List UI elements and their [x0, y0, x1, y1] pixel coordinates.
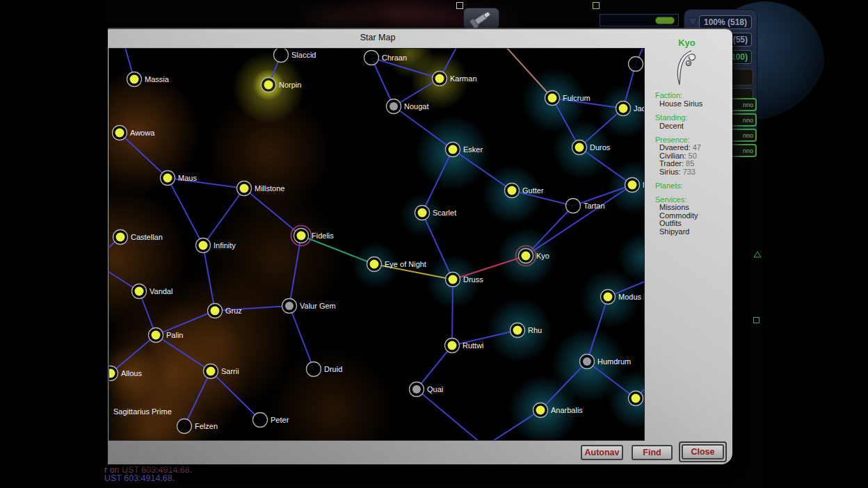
system-label: Duros	[590, 143, 611, 152]
system-felzen[interactable]: Felzen	[177, 419, 218, 434]
system-edge-se[interactable]	[629, 391, 643, 406]
system-star	[628, 181, 637, 190]
presence-list: Dvaered: 47Civilian: 50Trader: 85Sirius:…	[655, 144, 728, 176]
system-rhu[interactable]: Rhu	[511, 323, 542, 338]
close-button-focus-frame: Close	[679, 441, 727, 462]
system-label: Vandal	[150, 287, 172, 295]
autonav-button[interactable]: Autonav	[581, 445, 623, 460]
jump-lane	[422, 149, 453, 213]
find-button[interactable]: Find	[632, 445, 673, 460]
target-widget	[600, 14, 679, 26]
system-label: Kyo	[536, 252, 549, 260]
system-gruz[interactable]: Gruz	[208, 304, 242, 318]
system-label: Fulcrum	[563, 94, 590, 102]
star-map-window: Star Map MassiaSlaccidNorpinChraanKarman…	[108, 28, 732, 464]
system-label: Slaccid	[291, 51, 316, 59]
jump-lane	[211, 371, 260, 420]
jump-lane	[579, 108, 623, 147]
shield-icon	[687, 17, 698, 28]
service-row: Missions	[655, 204, 728, 212]
system-label: Quai	[427, 385, 443, 393]
planets-label: Planets:	[655, 181, 728, 190]
system-palin[interactable]: Palin	[149, 328, 184, 343]
system-f[interactable]: F	[625, 178, 645, 193]
system-anarbalis[interactable]: Anarbalis	[533, 403, 584, 418]
system-ring	[177, 419, 192, 434]
jump-lane	[453, 149, 512, 190]
system-star	[240, 184, 249, 193]
system-druss[interactable]: Druss	[446, 273, 484, 287]
system-karman[interactable]: Karman	[433, 72, 477, 86]
jump-lane	[579, 147, 632, 185]
star-map[interactable]: MassiaSlaccidNorpinChraanKarmanNougatFul…	[108, 48, 645, 441]
system-star	[522, 252, 531, 261]
system-star	[199, 241, 208, 250]
system-vandal[interactable]: Vandal	[132, 284, 173, 299]
system-star	[513, 326, 522, 335]
system-tartan[interactable]: Tartan	[566, 199, 605, 213]
system-label: Maus	[178, 174, 197, 182]
system-label: Awowa	[130, 129, 155, 137]
system-valur-gem[interactable]: Valur Gem	[282, 299, 336, 314]
system-star	[619, 104, 628, 113]
system-modus-m[interactable]: Modus M	[601, 290, 645, 304]
system-jac[interactable]: Jac	[616, 101, 645, 116]
system-infinity[interactable]: Infinity	[196, 238, 236, 253]
ship-image-icon	[464, 8, 499, 29]
jump-lane	[500, 49, 552, 98]
system-ruttwi[interactable]: Ruttwi	[445, 339, 484, 353]
jump-lane	[203, 188, 244, 245]
system-nougat[interactable]: Nougat	[387, 99, 429, 114]
system-esker[interactable]: Esker	[446, 143, 483, 157]
system-norpin[interactable]: Norpin	[262, 78, 302, 92]
jump-lane	[111, 335, 156, 373]
system-ring	[629, 57, 643, 72]
ship-thumbnail[interactable]	[463, 8, 499, 29]
jump-lane	[417, 345, 452, 389]
jump-lane	[394, 106, 453, 149]
jump-lane	[422, 213, 453, 279]
system-chraan[interactable]: Chraan	[364, 51, 408, 65]
jump-lane	[587, 361, 636, 398]
system-label: Esker	[463, 145, 483, 154]
faction-label: Faction:	[655, 91, 728, 99]
system-druid[interactable]: Druid	[307, 362, 343, 377]
system-allous[interactable]: Allous	[109, 366, 142, 381]
system-fidelis[interactable]: Fidelis	[291, 226, 335, 246]
system-label: Infinity	[214, 241, 236, 250]
system-label: Humdrum	[597, 357, 631, 366]
system-peter[interactable]: Peter	[253, 413, 289, 428]
system-star	[508, 186, 517, 195]
jump-lane	[371, 58, 394, 106]
system-kyo[interactable]: Kyo	[516, 246, 549, 266]
system-quai[interactable]: Quai	[410, 382, 444, 397]
nav-square-icon	[753, 317, 760, 323]
system-star	[211, 307, 220, 316]
system-gutter[interactable]: Gutter	[505, 184, 544, 198]
system-duros[interactable]: Duros	[572, 140, 611, 155]
system-slaccid[interactable]: Slaccid	[274, 49, 316, 63]
close-button[interactable]: Close	[682, 444, 724, 459]
system-star	[152, 331, 161, 340]
system-sarrii[interactable]: Sarrii	[204, 364, 239, 379]
log-line-2: UST 603:4914.68.	[104, 473, 175, 483]
system-humdrum[interactable]: Humdrum	[580, 355, 632, 369]
system-awowa[interactable]: Awowa	[113, 126, 156, 140]
system-millstone[interactable]: Millstone	[237, 181, 285, 196]
system-massia[interactable]: Massia	[127, 72, 170, 87]
system-scarlet[interactable]: Scarlet	[415, 206, 457, 220]
system-ring	[274, 49, 289, 63]
system-label: Eye of Night	[385, 260, 426, 268]
system-star	[163, 174, 172, 183]
system-label: Rhu	[528, 326, 542, 334]
system-maus[interactable]: Maus	[161, 171, 198, 186]
system-star	[130, 75, 139, 84]
system-star	[575, 143, 584, 152]
jump-lane	[203, 245, 215, 311]
system-label: Nougat	[404, 102, 428, 111]
system-circle-ne[interactable]	[629, 57, 643, 72]
system-eye-of-night[interactable]: Eye of Night	[367, 257, 426, 272]
faction-logo-icon	[655, 49, 718, 86]
system-castellan[interactable]: Castellan	[113, 230, 163, 245]
jump-lane	[301, 236, 374, 264]
